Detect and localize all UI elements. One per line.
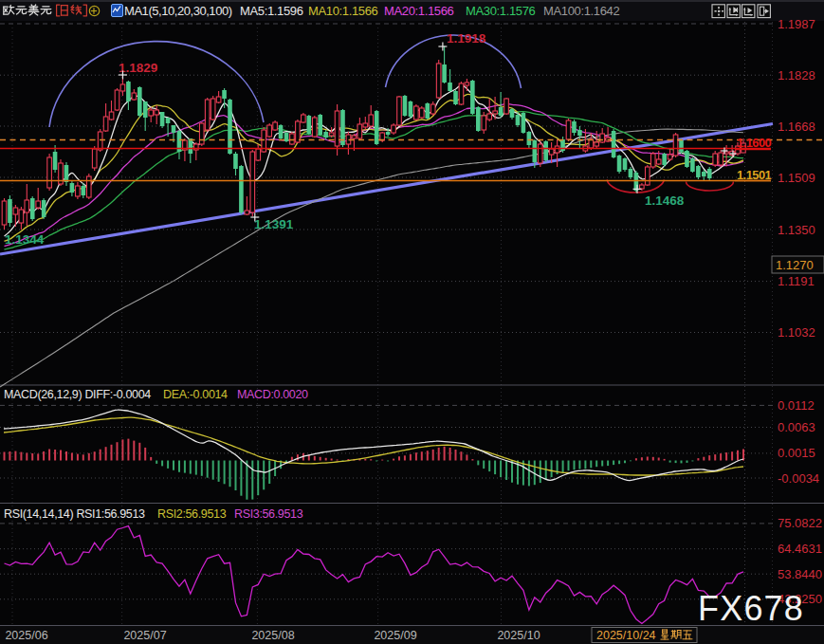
svg-text:MACD:0.0020: MACD:0.0020 [237,388,308,401]
svg-text:MA30:1.1576: MA30:1.1576 [466,4,536,18]
svg-text:0.0015: 0.0015 [778,446,815,460]
svg-text:1.1191: 1.1191 [778,274,815,288]
svg-text:64.4631: 64.4631 [778,542,822,556]
svg-text:MA100:1.1642: MA100:1.1642 [543,4,619,18]
svg-text:0.0063: 0.0063 [778,420,815,434]
svg-text:MA20:1.1566: MA20:1.1566 [384,4,454,18]
svg-text:1.1270: 1.1270 [776,258,814,272]
svg-text:75.0822: 75.0822 [778,516,822,530]
svg-text:0.0112: 0.0112 [778,398,815,413]
svg-text:1.1668: 1.1668 [778,120,815,134]
svg-text:MA1(5,10,20,30,100): MA1(5,10,20,30,100) [124,4,232,18]
svg-text:1.1032: 1.1032 [778,325,815,340]
svg-text:1.1918: 1.1918 [447,31,486,46]
svg-text:RSI(14,14,14) RSI1:56.9513: RSI(14,14,14) RSI1:56.9513 [4,507,145,521]
svg-text:1.1509: 1.1509 [778,171,815,185]
svg-text:1.1987: 1.1987 [778,17,815,31]
svg-text:2025/08: 2025/08 [251,629,294,642]
svg-text:-0.0034: -0.0034 [778,471,819,486]
svg-text:2025/10: 2025/10 [497,629,540,642]
svg-text:DEA:-0.0014: DEA:-0.0014 [163,388,228,401]
svg-text:1.1828: 1.1828 [778,68,815,83]
svg-text:MACD(26,12,9) DIFF:-0.0004: MACD(26,12,9) DIFF:-0.0004 [4,388,151,401]
svg-text:2025/09: 2025/09 [374,629,416,642]
svg-text:MA5:1.1596: MA5:1.1596 [240,4,303,18]
svg-text:1.1600: 1.1600 [737,136,772,150]
svg-text:2025/10/24: 2025/10/24 [596,629,656,642]
svg-text:2025/06: 2025/06 [5,629,47,642]
svg-text:RSI2:56.9513: RSI2:56.9513 [157,507,227,521]
svg-text:2025/07: 2025/07 [123,629,166,642]
svg-text:FX678: FX678 [698,589,804,628]
svg-text:1.1829: 1.1829 [119,61,157,75]
svg-text:1.1501: 1.1501 [737,168,772,182]
svg-text:53.8440: 53.8440 [778,567,822,581]
svg-text:1.1344: 1.1344 [5,232,45,247]
svg-text:MA10:1.1566: MA10:1.1566 [308,4,378,18]
svg-text:RSI3:56.9513: RSI3:56.9513 [234,507,303,521]
svg-text:1.1350: 1.1350 [778,223,815,237]
svg-text:1.1468: 1.1468 [645,193,685,208]
svg-text:1.1391: 1.1391 [254,217,294,231]
